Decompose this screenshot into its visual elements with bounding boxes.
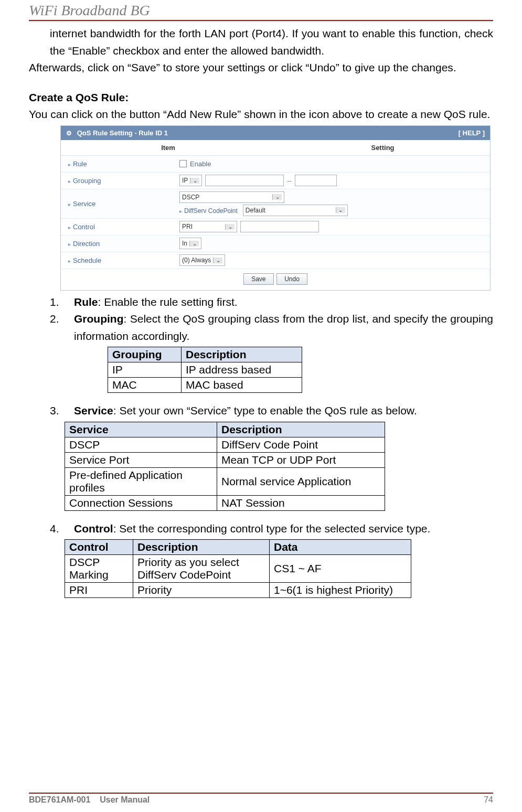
list-number: 1. xyxy=(50,294,74,311)
table-row: MAC MAC based xyxy=(108,378,302,393)
table-row: Connection Sessions NAT Session xyxy=(65,495,385,510)
list-text: : Select the QoS grouping class from the… xyxy=(74,313,493,342)
save-button[interactable]: Save xyxy=(243,273,273,285)
control-table: Control Description Data DSCP Marking Pr… xyxy=(65,539,411,598)
triangle-icon: ▸ xyxy=(68,241,71,247)
list-item: 2. Grouping: Select the QoS grouping cla… xyxy=(50,311,493,345)
list-label-control: Control xyxy=(74,522,113,535)
rule-enable-checkbox[interactable] xyxy=(179,160,187,167)
chevron-down-icon: ⌄ xyxy=(189,241,199,247)
list-text: : Set the corresponding control type for… xyxy=(113,522,431,535)
list-text: : Set your own “Service” type to enable … xyxy=(113,404,417,416)
th-data: Data xyxy=(270,540,411,555)
triangle-icon: ▸ xyxy=(179,208,182,214)
cell: Service Port xyxy=(65,452,217,467)
control-select[interactable]: PRI⌄ xyxy=(179,221,237,232)
grouping-select[interactable]: IP⌄ xyxy=(179,175,202,186)
rule-enable-text: Enable xyxy=(190,160,211,168)
list-label-rule: Rule xyxy=(74,296,98,308)
label-grouping: Grouping xyxy=(73,177,101,185)
col-setting: Setting xyxy=(275,140,490,155)
list-item: 1. Rule: Enable the rule setting first. xyxy=(50,294,493,311)
triangle-icon: ▸ xyxy=(68,178,71,184)
grouping-table: Grouping Description IP IP address based… xyxy=(108,347,302,393)
chevron-down-icon: ⌄ xyxy=(336,207,345,213)
cell: PRI xyxy=(65,583,133,598)
list-label-service: Service xyxy=(74,404,113,416)
create-body: You can click on the button “Add New Rul… xyxy=(29,106,493,123)
cell: IP xyxy=(108,362,182,378)
label-schedule: Schedule xyxy=(73,257,101,264)
panel-title: QoS Rule Setting - Rule ID 1 xyxy=(77,129,168,137)
table-row: IP IP address based xyxy=(108,362,302,378)
row-direction: ▸Direction In⌄ xyxy=(61,236,490,252)
th-grouping: Grouping xyxy=(108,347,182,362)
table-row: PRI Priority 1~6(1 is highest Priority) xyxy=(65,583,411,598)
table-row: Pre-defined Application profiles Normal … xyxy=(65,467,385,495)
cell: Normal service Application xyxy=(217,467,385,495)
list-item: 4. Control: Set the corresponding contro… xyxy=(50,520,493,538)
footer-model: BDE761AM-001 xyxy=(29,795,90,804)
cell: Priority xyxy=(133,583,270,598)
row-grouping: ▸Grouping IP⌄ -- xyxy=(61,173,490,189)
triangle-icon: ▸ xyxy=(68,162,71,167)
th-service: Service xyxy=(65,422,217,437)
intro-para-2: Afterwards, click on “Save” to store you… xyxy=(29,59,493,77)
chevron-down-icon: ⌄ xyxy=(225,224,235,230)
service-select[interactable]: DSCP⌄ xyxy=(179,191,284,203)
cell: Pre-defined Application profiles xyxy=(65,467,217,495)
cell: DSCP xyxy=(65,437,217,452)
list-label-grouping: Grouping xyxy=(74,313,123,325)
cell: CS1 ~ AF xyxy=(270,555,411,583)
gear-icon: ⚙ xyxy=(66,130,72,137)
range-dash: -- xyxy=(287,177,292,185)
direction-select[interactable]: In⌄ xyxy=(179,238,201,249)
row-control: ▸Control PRI⌄ xyxy=(61,219,490,236)
service-table: Service Description DSCP DiffServ Code P… xyxy=(65,422,385,511)
row-schedule: ▸Schedule (0) Always⌄ xyxy=(61,252,490,269)
list-number: 3. xyxy=(50,402,74,420)
qos-rule-panel: ⚙ QoS Rule Setting - Rule ID 1 [ HELP ] … xyxy=(60,125,491,291)
list-number: 4. xyxy=(50,520,74,538)
triangle-icon: ▸ xyxy=(68,258,71,264)
page-header-title: WiFi Broadband BG xyxy=(29,0,493,20)
triangle-icon: ▸ xyxy=(68,225,71,230)
service-sublabel: DiffServ CodePoint xyxy=(184,207,238,215)
table-row: DSCP Marking Priority as you select Diff… xyxy=(65,555,411,583)
service-codepoint-select[interactable]: Default⌄ xyxy=(243,205,348,216)
control-input[interactable] xyxy=(240,221,319,232)
row-service: ▸Service DSCP⌄ ▸DiffServ CodePoint Defau… xyxy=(61,189,490,219)
panel-column-headers: Item Setting xyxy=(61,140,490,156)
grouping-input-a[interactable] xyxy=(205,175,284,186)
help-link[interactable]: [ HELP ] xyxy=(459,129,485,137)
cell: NAT Session xyxy=(217,495,385,510)
table-row: Service Port Mean TCP or UDP Port xyxy=(65,452,385,467)
undo-button[interactable]: Undo xyxy=(276,273,307,285)
schedule-select[interactable]: (0) Always⌄ xyxy=(179,254,225,266)
page-footer: BDE761AM-001 User Manual 74 xyxy=(29,793,493,805)
chevron-down-icon: ⌄ xyxy=(190,178,199,184)
th-description: Description xyxy=(133,540,270,555)
cell: Connection Sessions xyxy=(65,495,217,510)
list-number: 2. xyxy=(50,311,74,345)
intro-para-1: internet bandwidth for the forth LAN por… xyxy=(50,25,493,59)
col-item: Item xyxy=(61,140,275,155)
chevron-down-icon: ⌄ xyxy=(213,258,222,263)
panel-button-row: Save Undo xyxy=(61,269,490,290)
triangle-icon: ▸ xyxy=(68,201,71,207)
label-rule: Rule xyxy=(73,160,87,168)
grouping-input-b[interactable] xyxy=(295,175,337,186)
cell: 1~6(1 is highest Priority) xyxy=(270,583,411,598)
footer-page-number: 74 xyxy=(484,795,493,805)
th-description: Description xyxy=(217,422,385,437)
panel-titlebar: ⚙ QoS Rule Setting - Rule ID 1 [ HELP ] xyxy=(61,126,490,140)
label-control: Control xyxy=(73,223,95,231)
cell: MAC xyxy=(108,378,182,393)
cell: Mean TCP or UDP Port xyxy=(217,452,385,467)
cell: DiffServ Code Point xyxy=(217,437,385,452)
th-description: Description xyxy=(182,347,302,362)
header-rule xyxy=(29,20,493,22)
list-text: : Enable the rule setting first. xyxy=(98,296,238,308)
chevron-down-icon: ⌄ xyxy=(272,194,282,200)
footer-doc: User Manual xyxy=(100,795,150,804)
